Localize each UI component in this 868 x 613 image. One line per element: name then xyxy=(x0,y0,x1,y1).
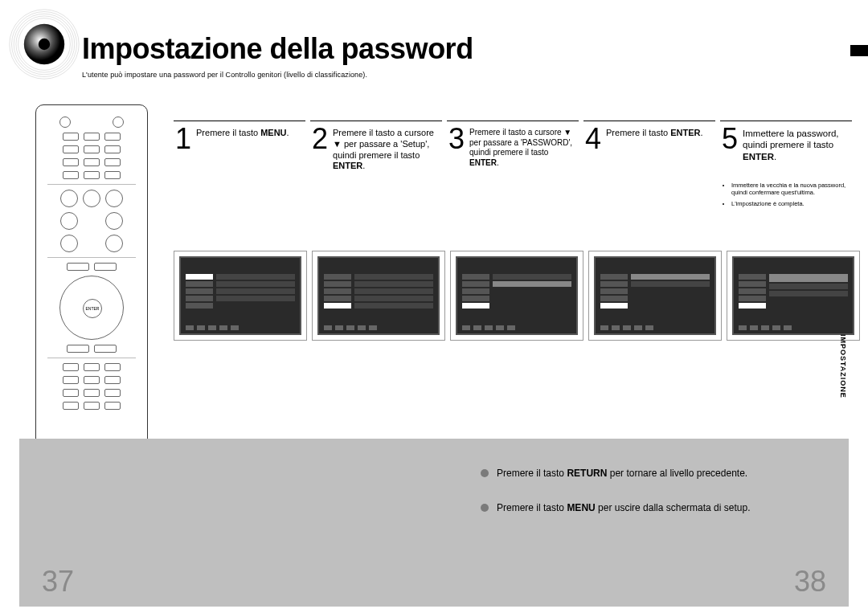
page-subtitle: L'utente può impostare una password per … xyxy=(82,71,367,79)
step-text: Premere il tasto a cursore ▼ per passare… xyxy=(469,125,579,168)
enter-button-icon: ENTER xyxy=(83,299,102,318)
section-tab xyxy=(850,45,868,56)
footer-block: Premere il tasto RETURN per tornare al l… xyxy=(19,439,849,607)
step-text: Premere il tasto a cursore ▼ per passare… xyxy=(333,125,442,172)
page-logo xyxy=(8,8,80,80)
step-number: 2 xyxy=(310,125,333,153)
footer-note: Premere il tasto MENU per uscire dalla s… xyxy=(481,501,750,515)
step-text: Premere il tasto ENTER. xyxy=(606,125,702,139)
step-text: Premere il tasto MENU. xyxy=(196,125,289,139)
step-number: 4 xyxy=(583,125,606,153)
step-1: 1 Premere il tasto MENU. xyxy=(174,121,305,210)
footer-notes: Premere il tasto RETURN per tornare al l… xyxy=(481,467,750,536)
step-text: Immettere la password, quindi premere il… xyxy=(743,125,852,162)
bullet-icon xyxy=(481,504,489,512)
side-section-label: IMPOSTAZIONE xyxy=(839,334,847,398)
step-5-bullets: Immettere la vecchia e la nuova password… xyxy=(720,182,852,207)
page-number-right: 38 xyxy=(794,565,826,599)
step-5: 5 Immettere la password, quindi premere … xyxy=(720,121,852,210)
bullet-icon xyxy=(481,469,489,477)
step-4: 4 Premere il tasto ENTER. xyxy=(583,121,715,210)
tv-screen-thumb xyxy=(450,251,583,341)
tv-screen-thumb xyxy=(312,251,445,341)
remote-control-illustration: ENTER xyxy=(35,104,148,490)
step-number: 1 xyxy=(174,125,196,153)
bullet-item: Immettere la vecchia e la nuova password… xyxy=(731,182,852,197)
page-number-left: 37 xyxy=(42,565,74,599)
tv-screen-thumb xyxy=(588,251,722,341)
step-number: 3 xyxy=(447,125,469,153)
dpad-icon: ENTER xyxy=(59,276,124,340)
page-title: Impostazione della password xyxy=(82,32,473,66)
footer-note: Premere il tasto RETURN per tornare al l… xyxy=(481,467,750,480)
step-2: 2 Premere il tasto a cursore ▼ per passa… xyxy=(310,121,442,210)
tv-screen-thumb xyxy=(727,251,860,341)
tv-screen-thumb xyxy=(174,251,307,341)
power-icon xyxy=(59,116,71,128)
screen-thumbnails xyxy=(174,251,860,341)
swirl-icon xyxy=(8,8,80,80)
steps-row: 1 Premere il tasto MENU. 2 Premere il ta… xyxy=(174,121,852,210)
step-3: 3 Premere il tasto a cursore ▼ per passa… xyxy=(447,121,579,210)
svg-point-6 xyxy=(39,39,50,50)
step-number: 5 xyxy=(720,125,743,153)
bullet-item: L'impostazione è completa. xyxy=(731,200,852,207)
